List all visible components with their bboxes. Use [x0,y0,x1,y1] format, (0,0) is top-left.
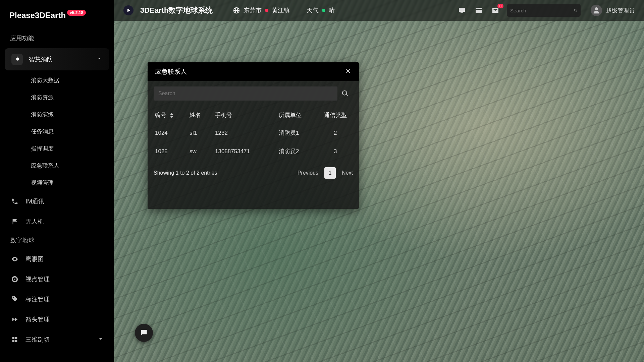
phone-icon [10,197,19,206]
sidebar-item-annotation[interactable]: 标注管理 [0,289,114,309]
sidebar-sub-fire-drill[interactable]: 消防演练 [0,106,114,123]
page-current[interactable]: 1 [324,167,336,179]
monitor-icon[interactable] [457,6,467,15]
section-title-apps: 应用功能 [0,29,114,47]
app-logo-icon [123,5,133,15]
sidebar-item-viewpoints[interactable]: 视点管理 [0,269,114,289]
weather-value: 晴 [329,6,335,14]
sidebar-sub-fire-bigdata[interactable]: 消防大数据 [0,72,114,89]
fire-icon [11,54,23,65]
topbar-icons: 0 [457,6,500,15]
mail-icon[interactable]: 0 [491,6,500,15]
sidebar-item-3d-clip[interactable]: 三维剖切 [0,329,114,350]
col-unit[interactable]: 所属单位 [275,107,315,124]
cut-icon [10,335,19,344]
brand-name: Please3DEarth [9,11,66,20]
col-comm[interactable]: 通信类型 [315,107,356,124]
col-comm-label: 通信类型 [324,112,347,118]
weather-group: 天气 晴 [307,6,335,14]
cell-id: 1025 [151,142,185,161]
panel-search-input[interactable] [154,86,337,101]
sidebar: Please3DEarth v5.2.18 应用功能 智慧消防 消防大数据 消防… [0,0,114,362]
weather-label: 天气 [307,6,319,14]
close-button[interactable] [345,68,352,76]
dot-green-icon [322,9,325,12]
search-icon[interactable] [574,7,577,14]
globe-icon [233,7,240,14]
brand: Please3DEarth v5.2.18 [0,8,114,29]
col-phone-label: 手机号 [215,112,232,118]
target-icon [10,275,19,284]
panel-footer: Showing 1 to 2 of 2 entries Previous 1 N… [148,161,359,179]
sidebar-item-label: 视点管理 [25,275,50,283]
pager: Previous 1 Next [298,167,353,179]
panel-search-button[interactable] [337,86,353,101]
topbar-search[interactable] [507,4,581,17]
cell-unit: 消防员1 [275,124,315,142]
sidebar-item-eagle-eye[interactable]: 鹰眼图 [0,249,114,269]
col-name[interactable]: 姓名 [185,107,211,124]
main-viewport[interactable]: 3DEarth数字地球系统 东莞市 黄江镇 天气 晴 0 [114,0,644,362]
version-badge: v5.2.18 [67,10,86,16]
section-title-earth: 数字地球 [0,232,114,249]
cell-comm: 3 [315,142,356,161]
eye-icon [10,254,19,264]
topbar: 3DEarth数字地球系统 东莞市 黄江镇 天气 晴 0 [114,0,644,21]
panel-title: 应急联系人 [155,67,187,76]
sidebar-item-smart-fire[interactable]: 智慧消防 [5,48,109,70]
cell-phone: 1232 [211,124,275,142]
city-label: 东莞市 [244,6,262,14]
next-button[interactable]: Next [342,170,353,176]
sidebar-item-label: IM通讯 [25,197,44,205]
topbar-search-input[interactable] [510,8,574,13]
sidebar-sub-emergency-contact[interactable]: 应急联系人 [0,157,114,174]
sidebar-item-arrow[interactable]: 箭头管理 [0,309,114,329]
tag-icon [10,295,19,304]
sidebar-item-drone[interactable]: 无人机 [0,212,114,232]
sidebar-sub-fire-resource[interactable]: 消防资源 [0,89,114,106]
sidebar-sub-video-mgmt[interactable]: 视频管理 [0,174,114,191]
col-name-label: 姓名 [190,112,201,118]
sidebar-item-label: 三维剖切 [25,336,50,344]
cell-phone: 13058753471 [211,142,275,161]
col-unit-label: 所属单位 [279,112,302,118]
location-group: 东莞市 黄江镇 [233,6,290,14]
sidebar-item-label: 标注管理 [25,295,50,303]
panel-search [154,86,353,101]
sidebar-item-label: 鹰眼图 [25,255,44,263]
cell-unit: 消防员2 [275,142,315,161]
table-row[interactable]: 1024 sf1 1232 消防员1 2 [151,124,356,142]
table-header-row: 编号 姓名 手机号 所属单位 通信类型 [151,107,356,124]
avatar-icon [591,5,602,16]
mail-badge: 0 [497,4,503,8]
col-phone[interactable]: 手机号 [211,107,275,124]
col-id-label: 编号 [155,112,166,118]
forward-icon [10,315,19,324]
contacts-table: 编号 姓名 手机号 所属单位 通信类型 1024 sf1 12 [151,107,356,161]
sort-icon[interactable] [170,113,173,118]
flag-icon [10,217,19,226]
sidebar-sub-task-msg[interactable]: 任务消息 [0,123,114,140]
sidebar-sub-command[interactable]: 指挥调度 [0,140,114,157]
sidebar-item-label: 箭头管理 [25,315,50,323]
cell-comm: 2 [315,124,356,142]
previous-button[interactable]: Previous [298,170,318,176]
sidebar-item-label: 无人机 [25,218,44,226]
emergency-contacts-panel: 应急联系人 编号 [148,62,359,209]
dot-red-icon [265,9,268,12]
district-label: 黄江镇 [272,6,290,14]
chat-button[interactable] [135,324,153,342]
cell-name: sw [185,142,211,161]
col-id[interactable]: 编号 [151,107,185,124]
user-menu[interactable]: 超级管理员 [591,5,635,16]
panel-header: 应急联系人 [148,62,359,81]
chevron-up-icon [96,55,103,64]
sidebar-item-label: 智慧消防 [29,55,53,63]
cell-name: sf1 [185,124,211,142]
window-icon[interactable] [474,6,483,15]
cell-id: 1024 [151,124,185,142]
entries-text: Showing 1 to 2 of 2 entries [154,170,217,176]
table-row[interactable]: 1025 sw 13058753471 消防员2 3 [151,142,356,161]
sidebar-item-im[interactable]: IM通讯 [0,191,114,212]
app-title: 3DEarth数字地球系统 [140,5,213,15]
